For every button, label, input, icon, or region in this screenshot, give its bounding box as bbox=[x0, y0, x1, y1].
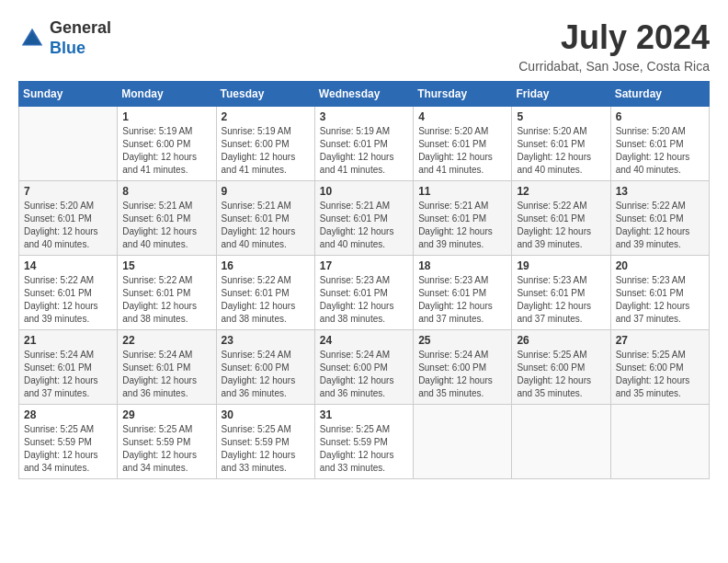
column-header-saturday: Saturday bbox=[610, 82, 709, 107]
calendar-cell: 9Sunrise: 5:21 AM Sunset: 6:01 PM Daylig… bbox=[216, 181, 314, 256]
day-info: Sunrise: 5:25 AM Sunset: 5:59 PM Dayligh… bbox=[320, 423, 408, 475]
day-number: 6 bbox=[616, 110, 704, 123]
day-number: 26 bbox=[517, 334, 605, 347]
calendar-cell: 3Sunrise: 5:19 AM Sunset: 6:01 PM Daylig… bbox=[314, 107, 413, 181]
column-header-thursday: Thursday bbox=[414, 82, 512, 107]
day-number: 29 bbox=[122, 408, 210, 421]
day-number: 31 bbox=[320, 408, 408, 421]
calendar-cell: 18Sunrise: 5:23 AM Sunset: 6:01 PM Dayli… bbox=[414, 256, 512, 330]
day-number: 8 bbox=[122, 185, 210, 198]
calendar-cell: 11Sunrise: 5:21 AM Sunset: 6:01 PM Dayli… bbox=[414, 181, 512, 256]
calendar-cell: 20Sunrise: 5:23 AM Sunset: 6:01 PM Dayli… bbox=[610, 256, 709, 330]
calendar-cell: 30Sunrise: 5:25 AM Sunset: 5:59 PM Dayli… bbox=[216, 405, 314, 479]
logo-text: General Blue bbox=[50, 18, 111, 58]
day-info: Sunrise: 5:21 AM Sunset: 6:01 PM Dayligh… bbox=[222, 200, 310, 251]
day-number: 2 bbox=[222, 110, 310, 123]
calendar-cell: 16Sunrise: 5:22 AM Sunset: 6:01 PM Dayli… bbox=[216, 256, 314, 330]
day-info: Sunrise: 5:23 AM Sunset: 6:01 PM Dayligh… bbox=[320, 274, 408, 326]
day-info: Sunrise: 5:24 AM Sunset: 6:01 PM Dayligh… bbox=[24, 349, 112, 400]
day-info: Sunrise: 5:23 AM Sunset: 6:01 PM Dayligh… bbox=[517, 274, 605, 326]
calendar-cell: 17Sunrise: 5:23 AM Sunset: 6:01 PM Dayli… bbox=[314, 256, 413, 330]
logo: General Blue bbox=[18, 18, 111, 58]
calendar-cell: 21Sunrise: 5:24 AM Sunset: 6:01 PM Dayli… bbox=[19, 330, 118, 405]
calendar-cell: 6Sunrise: 5:20 AM Sunset: 6:01 PM Daylig… bbox=[610, 107, 709, 181]
column-header-tuesday: Tuesday bbox=[216, 82, 314, 107]
day-info: Sunrise: 5:20 AM Sunset: 6:01 PM Dayligh… bbox=[24, 200, 112, 251]
day-info: Sunrise: 5:24 AM Sunset: 6:00 PM Dayligh… bbox=[222, 349, 310, 400]
page-header: General Blue July 2024 Curridabat, San J… bbox=[18, 18, 710, 74]
calendar-cell: 24Sunrise: 5:24 AM Sunset: 6:00 PM Dayli… bbox=[314, 330, 413, 405]
title-section: July 2024 Curridabat, San Jose, Costa Ri… bbox=[518, 18, 710, 74]
day-info: Sunrise: 5:20 AM Sunset: 6:01 PM Dayligh… bbox=[418, 125, 506, 177]
week-row-3: 14Sunrise: 5:22 AM Sunset: 6:01 PM Dayli… bbox=[19, 256, 710, 330]
day-number: 7 bbox=[24, 185, 112, 198]
calendar-cell: 19Sunrise: 5:23 AM Sunset: 6:01 PM Dayli… bbox=[512, 256, 610, 330]
day-info: Sunrise: 5:25 AM Sunset: 6:00 PM Dayligh… bbox=[616, 349, 704, 400]
day-number: 12 bbox=[517, 185, 605, 198]
day-info: Sunrise: 5:19 AM Sunset: 6:00 PM Dayligh… bbox=[122, 125, 210, 177]
day-info: Sunrise: 5:22 AM Sunset: 6:01 PM Dayligh… bbox=[24, 274, 112, 326]
day-number: 20 bbox=[616, 259, 704, 272]
day-number: 9 bbox=[222, 185, 310, 198]
calendar-table: SundayMondayTuesdayWednesdayThursdayFrid… bbox=[18, 81, 710, 479]
day-number: 11 bbox=[418, 185, 506, 198]
day-info: Sunrise: 5:21 AM Sunset: 6:01 PM Dayligh… bbox=[418, 200, 506, 251]
month-title: July 2024 bbox=[518, 18, 710, 57]
day-number: 4 bbox=[418, 110, 506, 123]
calendar-cell: 14Sunrise: 5:22 AM Sunset: 6:01 PM Dayli… bbox=[19, 256, 118, 330]
day-info: Sunrise: 5:22 AM Sunset: 6:01 PM Dayligh… bbox=[222, 274, 310, 326]
calendar-cell: 7Sunrise: 5:20 AM Sunset: 6:01 PM Daylig… bbox=[19, 181, 118, 256]
calendar-cell: 22Sunrise: 5:24 AM Sunset: 6:01 PM Dayli… bbox=[118, 330, 216, 405]
day-info: Sunrise: 5:23 AM Sunset: 6:01 PM Dayligh… bbox=[418, 274, 506, 326]
day-number: 19 bbox=[517, 259, 605, 272]
calendar-cell: 23Sunrise: 5:24 AM Sunset: 6:00 PM Dayli… bbox=[216, 330, 314, 405]
calendar-cell: 26Sunrise: 5:25 AM Sunset: 6:00 PM Dayli… bbox=[512, 330, 610, 405]
day-number: 24 bbox=[320, 334, 408, 347]
day-info: Sunrise: 5:19 AM Sunset: 6:00 PM Dayligh… bbox=[222, 125, 310, 177]
calendar-cell: 25Sunrise: 5:24 AM Sunset: 6:00 PM Dayli… bbox=[414, 330, 512, 405]
day-number: 18 bbox=[418, 259, 506, 272]
day-number: 13 bbox=[616, 185, 704, 198]
logo-icon bbox=[18, 25, 46, 52]
day-info: Sunrise: 5:25 AM Sunset: 6:00 PM Dayligh… bbox=[517, 349, 605, 400]
calendar-header-row: SundayMondayTuesdayWednesdayThursdayFrid… bbox=[19, 82, 710, 107]
day-number: 28 bbox=[24, 408, 112, 421]
week-row-4: 21Sunrise: 5:24 AM Sunset: 6:01 PM Dayli… bbox=[19, 330, 710, 405]
calendar-cell: 5Sunrise: 5:20 AM Sunset: 6:01 PM Daylig… bbox=[512, 107, 610, 181]
week-row-2: 7Sunrise: 5:20 AM Sunset: 6:01 PM Daylig… bbox=[19, 181, 710, 256]
location: Curridabat, San Jose, Costa Rica bbox=[518, 59, 710, 74]
day-number: 27 bbox=[616, 334, 704, 347]
day-info: Sunrise: 5:24 AM Sunset: 6:00 PM Dayligh… bbox=[320, 349, 408, 400]
day-number: 14 bbox=[24, 259, 112, 272]
calendar-cell: 10Sunrise: 5:21 AM Sunset: 6:01 PM Dayli… bbox=[314, 181, 413, 256]
calendar-cell bbox=[512, 405, 610, 479]
day-info: Sunrise: 5:25 AM Sunset: 5:59 PM Dayligh… bbox=[24, 423, 112, 475]
day-info: Sunrise: 5:22 AM Sunset: 6:01 PM Dayligh… bbox=[616, 200, 704, 251]
day-number: 30 bbox=[222, 408, 310, 421]
column-header-sunday: Sunday bbox=[19, 82, 118, 107]
day-number: 22 bbox=[122, 334, 210, 347]
day-number: 10 bbox=[320, 185, 408, 198]
calendar-cell: 31Sunrise: 5:25 AM Sunset: 5:59 PM Dayli… bbox=[314, 405, 413, 479]
day-number: 17 bbox=[320, 259, 408, 272]
day-info: Sunrise: 5:19 AM Sunset: 6:01 PM Dayligh… bbox=[320, 125, 408, 177]
calendar-cell: 1Sunrise: 5:19 AM Sunset: 6:00 PM Daylig… bbox=[118, 107, 216, 181]
day-info: Sunrise: 5:25 AM Sunset: 5:59 PM Dayligh… bbox=[222, 423, 310, 475]
day-info: Sunrise: 5:20 AM Sunset: 6:01 PM Dayligh… bbox=[517, 125, 605, 177]
calendar-cell: 29Sunrise: 5:25 AM Sunset: 5:59 PM Dayli… bbox=[118, 405, 216, 479]
day-info: Sunrise: 5:24 AM Sunset: 6:01 PM Dayligh… bbox=[122, 349, 210, 400]
day-info: Sunrise: 5:24 AM Sunset: 6:00 PM Dayligh… bbox=[418, 349, 506, 400]
calendar-cell bbox=[19, 107, 118, 181]
week-row-1: 1Sunrise: 5:19 AM Sunset: 6:00 PM Daylig… bbox=[19, 107, 710, 181]
calendar-cell bbox=[610, 405, 709, 479]
day-info: Sunrise: 5:23 AM Sunset: 6:01 PM Dayligh… bbox=[616, 274, 704, 326]
day-number: 15 bbox=[122, 259, 210, 272]
day-info: Sunrise: 5:22 AM Sunset: 6:01 PM Dayligh… bbox=[517, 200, 605, 251]
calendar-cell: 27Sunrise: 5:25 AM Sunset: 6:00 PM Dayli… bbox=[610, 330, 709, 405]
day-number: 3 bbox=[320, 110, 408, 123]
calendar-cell: 15Sunrise: 5:22 AM Sunset: 6:01 PM Dayli… bbox=[118, 256, 216, 330]
day-info: Sunrise: 5:22 AM Sunset: 6:01 PM Dayligh… bbox=[122, 274, 210, 326]
calendar-cell: 8Sunrise: 5:21 AM Sunset: 6:01 PM Daylig… bbox=[118, 181, 216, 256]
day-info: Sunrise: 5:21 AM Sunset: 6:01 PM Dayligh… bbox=[122, 200, 210, 251]
day-number: 21 bbox=[24, 334, 112, 347]
